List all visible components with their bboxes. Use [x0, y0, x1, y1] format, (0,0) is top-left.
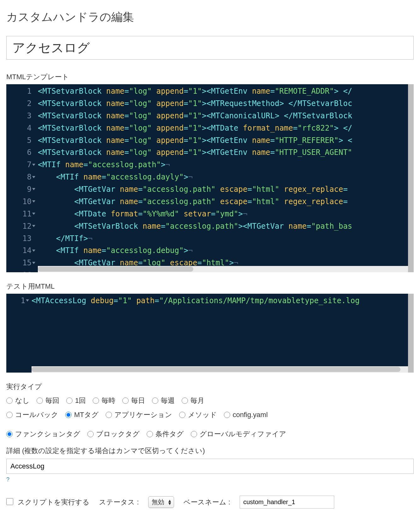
radio-input-mttag[interactable] — [65, 412, 72, 418]
radio-input-monthly[interactable] — [182, 398, 188, 404]
radio-mttag[interactable]: MTタグ — [65, 410, 99, 420]
status-selected: 無効 — [152, 498, 164, 506]
radio-label-every: 毎回 — [45, 396, 59, 405]
radio-func[interactable]: ファンクションタグ — [6, 429, 80, 439]
help-icon[interactable]: ? — [6, 476, 9, 483]
radio-label-app: アプリケーション — [114, 410, 172, 420]
radio-label-func: ファンクションタグ — [15, 429, 80, 439]
test-mtml-gutter: 1 — [6, 294, 29, 366]
radio-input-block[interactable] — [87, 431, 94, 437]
radio-label-callback: コールバック — [15, 410, 58, 420]
status-label: ステータス : — [99, 498, 139, 507]
run-script-label[interactable]: スクリプトを実行する — [6, 498, 90, 507]
handler-name-input[interactable] — [6, 36, 414, 60]
radio-label-config: config.yaml — [233, 411, 268, 419]
radio-input-every[interactable] — [37, 398, 43, 404]
radio-label-cond: 条件タグ — [155, 429, 184, 439]
radio-gmod[interactable]: グローバルモディファイア — [191, 429, 286, 439]
basename-label: ベースネーム : — [184, 498, 230, 507]
mtml-hscroll-thumb[interactable] — [38, 267, 193, 272]
radio-once[interactable]: 1回 — [66, 396, 86, 405]
mtml-code[interactable]: <MTSetvarBlock name="log" append="1"><MT… — [38, 84, 408, 266]
run-script-text: スクリプトを実行する — [18, 498, 90, 506]
basename-input[interactable] — [240, 496, 334, 509]
radio-every[interactable]: 毎回 — [37, 396, 59, 405]
radio-input-daily[interactable] — [122, 398, 129, 404]
radio-input-func[interactable] — [6, 431, 13, 437]
radio-input-hourly[interactable] — [93, 398, 99, 404]
radio-config[interactable]: config.yaml — [224, 411, 268, 419]
radio-input-app[interactable] — [106, 412, 112, 418]
radio-input-gmod[interactable] — [191, 431, 197, 437]
run-script-checkbox[interactable] — [6, 498, 13, 505]
mtml-gutter: 12345678910111213141516 — [6, 84, 35, 266]
radio-cond[interactable]: 条件タグ — [147, 429, 184, 439]
radio-input-once[interactable] — [66, 398, 73, 404]
test-mtml-code[interactable]: <MTAccessLog debug="1" path="/Applicatio… — [32, 294, 408, 366]
exec-type-label: 実行タイプ — [6, 382, 414, 392]
test-mtml-label: テスト用MTML — [6, 282, 414, 291]
radio-label-none: なし — [15, 396, 30, 405]
exec-type-row-1: なし毎回1回毎時毎日毎週毎月 — [6, 396, 414, 406]
radio-input-config[interactable] — [224, 412, 230, 418]
radio-input-callback[interactable] — [6, 412, 13, 418]
test-mtml-hscroll[interactable] — [32, 366, 408, 373]
radio-label-gmod: グローバルモディファイア — [200, 429, 286, 439]
radio-label-hourly: 毎時 — [102, 396, 115, 405]
radio-hourly[interactable]: 毎時 — [93, 396, 115, 405]
radio-label-monthly: 毎月 — [190, 396, 204, 405]
radio-callback[interactable]: コールバック — [6, 410, 58, 420]
mtml-editor[interactable]: 12345678910111213141516 <MTSetvarBlock n… — [6, 84, 414, 272]
radio-input-weekly[interactable] — [152, 398, 158, 404]
radio-label-daily: 毎日 — [131, 396, 145, 405]
mtml-template-label: MTMLテンプレート — [6, 72, 414, 82]
radio-block[interactable]: ブロックタグ — [87, 429, 140, 439]
test-mtml-editor[interactable]: 1 <MTAccessLog debug="1" path="/Applicat… — [6, 294, 414, 373]
radio-weekly[interactable]: 毎週 — [152, 396, 175, 405]
exec-type-row-2: コールバックMTタグアプリケーションメソッドconfig.yaml — [6, 410, 414, 420]
radio-input-method[interactable] — [179, 412, 185, 418]
detail-label: 詳細 (複数の設定を指定する場合はカンマで区切ってください) — [6, 446, 414, 456]
radio-label-weekly: 毎週 — [161, 396, 175, 405]
radio-daily[interactable]: 毎日 — [122, 396, 145, 405]
radio-app[interactable]: アプリケーション — [106, 410, 172, 420]
radio-none[interactable]: なし — [6, 396, 30, 405]
bottom-row: スクリプトを実行する ステータス : 無効 ▲▼ ベースネーム : — [6, 496, 414, 509]
select-arrows-icon: ▲▼ — [167, 499, 172, 505]
radio-method[interactable]: メソッド — [179, 410, 217, 420]
status-select[interactable]: 無効 ▲▼ — [148, 496, 174, 508]
page-title: カスタムハンドラの編集 — [6, 9, 414, 25]
radio-label-once: 1回 — [75, 396, 86, 405]
exec-type-row-3: ファンクションタグブロックタグ条件タググローバルモディファイア — [6, 429, 414, 439]
detail-input[interactable] — [6, 459, 414, 474]
radio-monthly[interactable]: 毎月 — [182, 396, 204, 405]
radio-label-mttag: MTタグ — [74, 410, 99, 420]
test-mtml-hscroll-thumb[interactable] — [32, 367, 400, 372]
radio-input-none[interactable] — [6, 398, 13, 404]
radio-label-method: メソッド — [188, 410, 217, 420]
mtml-hscroll[interactable] — [38, 266, 408, 272]
radio-input-cond[interactable] — [147, 431, 153, 437]
radio-label-block: ブロックタグ — [96, 429, 140, 439]
